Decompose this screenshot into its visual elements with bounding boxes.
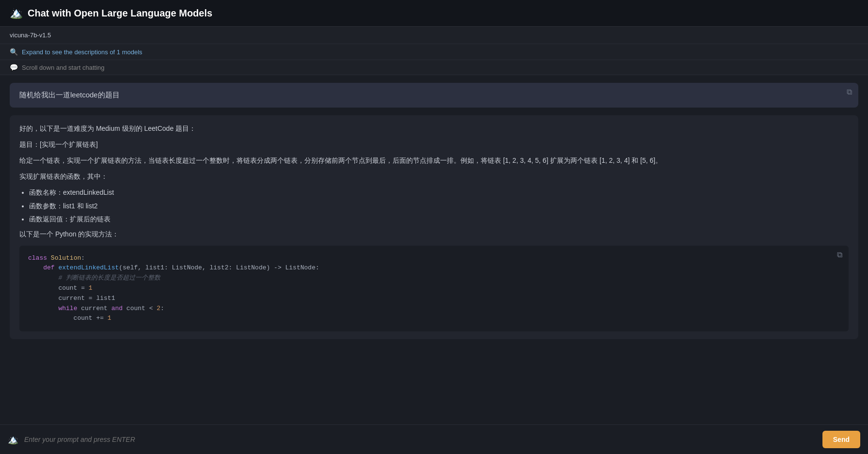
assistant-bullet-list: 函数名称：extendLinkedList 函数参数：list1 和 list2… <box>29 187 849 224</box>
assistant-python-intro: 以下是一个 Python 的实现方法： <box>19 229 849 240</box>
user-message: 随机给我出一道leetcode的题目 ⧉ <box>10 83 858 108</box>
input-logo-icon: 🏔️ <box>8 434 18 445</box>
list-item: 函数参数：list1 和 list2 <box>29 201 849 211</box>
app-logo-icon: 🏔️ <box>10 7 23 19</box>
input-bar: 🏔️ Send <box>0 424 868 454</box>
model-name-label: vicuna-7b-v1.5 <box>10 31 51 39</box>
scroll-hint-text: Scroll down and start chatting <box>22 64 105 71</box>
scroll-hint-row: 💬 Scroll down and start chatting <box>0 60 868 75</box>
chat-area: 随机给我出一道leetcode的题目 ⧉ 好的，以下是一道难度为 Medium … <box>0 75 868 424</box>
code-block-wrapper: ⧉ class Solution: def extendLinkedList(s… <box>19 246 849 332</box>
model-bar: vicuna-7b-v1.5 <box>0 27 868 44</box>
app-header: 🏔️ Chat with Open Large Language Models <box>0 0 868 27</box>
app-title: Chat with Open Large Language Models <box>28 8 212 19</box>
assistant-intro: 好的，以下是一道难度为 Medium 级别的 LeetCode 题目： <box>19 123 849 134</box>
assistant-impl-intro: 实现扩展链表的函数，其中： <box>19 171 849 182</box>
copy-user-message-button[interactable]: ⧉ <box>844 87 854 97</box>
list-item: 函数返回值：扩展后的链表 <box>29 214 849 224</box>
expand-models-row[interactable]: 🔍 Expand to see the descriptions of 1 mo… <box>0 44 868 60</box>
user-message-text: 随机给我出一道leetcode的题目 <box>19 91 120 99</box>
list-item: 函数名称：extendLinkedList <box>29 187 849 198</box>
chat-icon: 💬 <box>10 63 18 71</box>
prompt-input[interactable] <box>24 436 817 443</box>
expand-models-text: Expand to see the descriptions of 1 mode… <box>22 48 142 56</box>
send-button[interactable]: Send <box>822 431 860 448</box>
assistant-title: 题目：[实现一个扩展链表] <box>19 139 849 150</box>
expand-search-icon: 🔍 <box>10 48 18 56</box>
copy-code-button[interactable]: ⧉ <box>835 250 845 260</box>
code-block: class Solution: def extendLinkedList(sel… <box>19 246 849 332</box>
assistant-message: 好的，以下是一道难度为 Medium 级别的 LeetCode 题目： 题目：[… <box>10 115 858 339</box>
assistant-description: 给定一个链表，实现一个扩展链表的方法，当链表长度超过一个整数时，将链表分成两个链… <box>19 155 849 166</box>
